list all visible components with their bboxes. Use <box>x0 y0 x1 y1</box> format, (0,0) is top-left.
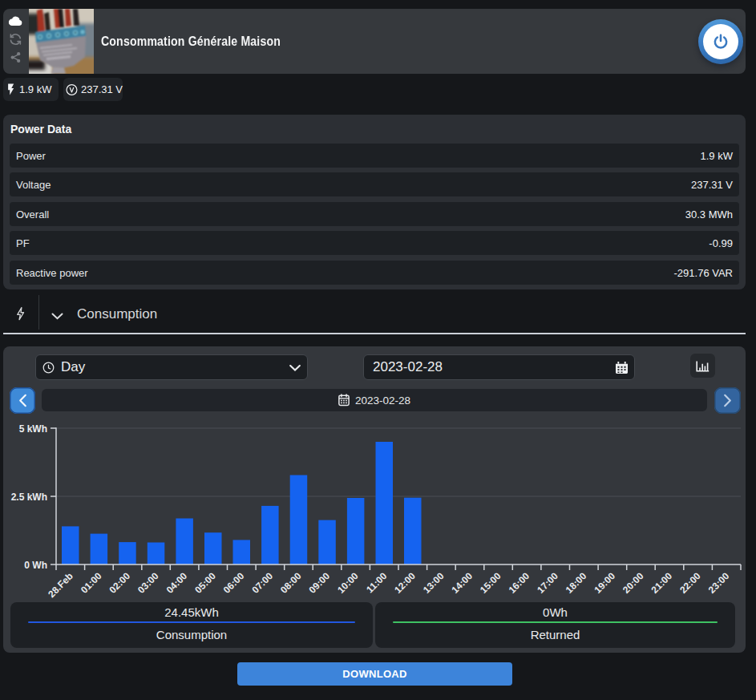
svg-text:15:00: 15:00 <box>478 570 503 596</box>
svg-text:23:00: 23:00 <box>706 570 732 596</box>
svg-text:22:00: 22:00 <box>677 570 703 596</box>
svg-text:16:00: 16:00 <box>507 570 532 596</box>
svg-text:28.Feb: 28.Feb <box>46 570 75 598</box>
svg-text:2.5 kWh: 2.5 kWh <box>11 492 47 503</box>
svg-text:18:00: 18:00 <box>564 570 589 596</box>
svg-text:21:00: 21:00 <box>649 570 675 596</box>
svg-text:12:00: 12:00 <box>392 570 418 596</box>
svg-text:10:00: 10:00 <box>335 570 361 596</box>
svg-text:09:00: 09:00 <box>307 570 333 596</box>
svg-text:03:00: 03:00 <box>135 570 161 596</box>
svg-text:06:00: 06:00 <box>221 570 247 596</box>
svg-text:07:00: 07:00 <box>249 570 275 596</box>
svg-text:17:00: 17:00 <box>535 570 560 596</box>
svg-text:14:00: 14:00 <box>450 570 475 596</box>
svg-text:5 kWh: 5 kWh <box>19 423 47 435</box>
svg-text:04:00: 04:00 <box>164 570 190 596</box>
svg-text:0 Wh: 0 Wh <box>24 560 47 571</box>
svg-text:01:00: 01:00 <box>79 570 104 596</box>
svg-text:11:00: 11:00 <box>364 570 389 595</box>
svg-text:20:00: 20:00 <box>621 570 646 596</box>
svg-text:05:00: 05:00 <box>192 570 218 596</box>
svg-text:19:00: 19:00 <box>592 570 617 596</box>
svg-text:13:00: 13:00 <box>421 570 447 596</box>
svg-text:02:00: 02:00 <box>107 570 133 596</box>
svg-text:08:00: 08:00 <box>278 570 304 596</box>
